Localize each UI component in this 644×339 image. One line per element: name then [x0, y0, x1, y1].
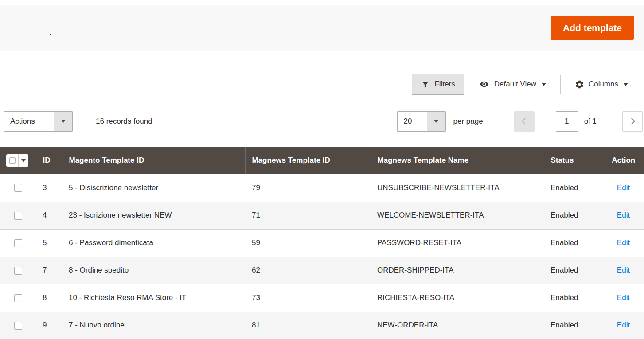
edit-link[interactable]: Edit [617, 211, 630, 219]
cell-id: 5 [36, 229, 62, 257]
cell-magnews-template-id: 73 [245, 284, 371, 312]
per-page-label: per page [453, 117, 483, 126]
grid-toolbar: Filters Default View Columns [0, 74, 644, 95]
actions-select-value: Actions [4, 112, 54, 131]
per-page-select-value: 20 [398, 112, 427, 131]
grid-controls: Actions 16 records found 20 per page of … [0, 111, 644, 132]
row-checkbox[interactable] [14, 184, 22, 192]
edit-link[interactable]: Edit [617, 266, 630, 274]
row-checkbox[interactable] [14, 267, 22, 275]
cell-status: Enabled [544, 229, 603, 257]
cell-id: 9 [36, 312, 62, 339]
row-checkbox[interactable] [14, 322, 22, 330]
filters-label: Filters [434, 80, 455, 89]
previous-page-button[interactable] [514, 111, 535, 132]
cell-magento-template-id: 5 - Disiscrizione newsletter [62, 174, 245, 202]
cell-id: 3 [36, 174, 62, 202]
column-header-magento-template-id[interactable]: Magento Template ID [62, 147, 245, 174]
column-header-magnews-template-name[interactable]: Magnews Template Name [371, 147, 544, 174]
default-view-control[interactable]: Default View [477, 80, 548, 89]
toolbar-divider [560, 75, 561, 94]
cell-magnews-template-name: NEW-ORDER-ITA [371, 312, 544, 339]
select-all-checkbox[interactable] [6, 154, 18, 167]
cell-status: Enabled [544, 312, 603, 339]
table-header-row: ID Magento Template ID Magnews Template … [0, 147, 644, 174]
gear-icon [575, 80, 584, 89]
cell-status: Enabled [544, 202, 603, 229]
cell-magnews-template-id: 71 [245, 202, 371, 229]
chevron-left-icon [522, 118, 529, 125]
select-all-control[interactable] [6, 154, 28, 167]
table-row: 4 23 - Iscrizione newsletter NEW 71 WELC… [0, 202, 644, 229]
chevron-down-icon [624, 83, 628, 86]
chevron-down-icon [427, 112, 445, 131]
templates-table: ID Magento Template ID Magnews Template … [0, 147, 644, 339]
cell-status: Enabled [544, 257, 603, 284]
cell-magnews-template-id: 59 [245, 229, 371, 257]
chevron-right-icon [628, 118, 635, 125]
next-page-button[interactable] [622, 111, 643, 132]
table-row: 9 7 - Nuovo ordine 81 NEW-ORDER-ITA Enab… [0, 312, 644, 339]
cell-magnews-template-name: WELCOME-NEWSLETTER-ITA [371, 202, 544, 229]
table-row: 8 10 - Richiesta Reso RMA Store - IT 73 … [0, 284, 644, 312]
header-dot: . [49, 28, 51, 36]
add-template-button[interactable]: Add template [551, 16, 634, 40]
columns-control[interactable]: Columns [573, 80, 630, 89]
table-row: 3 5 - Disiscrizione newsletter 79 UNSUBS… [0, 174, 644, 202]
column-header-status[interactable]: Status [544, 147, 603, 174]
default-view-label: Default View [494, 80, 536, 89]
page-header: . Add template [0, 5, 644, 51]
column-header-magnews-template-id[interactable]: Magnews Template ID [245, 147, 371, 174]
edit-link[interactable]: Edit [617, 321, 630, 329]
table-row: 7 8 - Ordine spedito 62 ORDER-SHIPPED-IT… [0, 257, 644, 284]
select-all-header [0, 147, 36, 174]
cell-id: 8 [36, 284, 62, 312]
columns-label: Columns [589, 80, 618, 89]
records-found: 16 records found [96, 117, 152, 126]
filters-button[interactable]: Filters [412, 74, 464, 95]
chevron-down-icon [54, 112, 72, 131]
row-checkbox[interactable] [14, 212, 22, 220]
actions-select[interactable]: Actions [4, 111, 73, 132]
edit-link[interactable]: Edit [617, 293, 630, 302]
filter-icon [421, 80, 429, 89]
column-header-action[interactable]: Action [603, 147, 644, 174]
page-input[interactable] [556, 111, 578, 132]
chevron-down-icon [542, 83, 546, 86]
cell-status: Enabled [544, 284, 603, 312]
row-checkbox[interactable] [14, 239, 22, 247]
cell-magento-template-id: 23 - Iscrizione newsletter NEW [62, 202, 245, 229]
cell-status: Enabled [544, 174, 603, 202]
column-header-id[interactable]: ID [36, 147, 62, 174]
chevron-down-icon[interactable] [18, 154, 28, 167]
cell-magento-template-id: 7 - Nuovo ordine [62, 312, 245, 339]
edit-link[interactable]: Edit [617, 238, 630, 247]
cell-magento-template-id: 10 - Richiesta Reso RMA Store - IT [62, 284, 245, 312]
cell-magnews-template-id: 62 [245, 257, 371, 284]
cell-id: 4 [36, 202, 62, 229]
page-total: of 1 [584, 117, 597, 126]
cell-magnews-template-name: ORDER-SHIPPED-ITA [371, 257, 544, 284]
edit-link[interactable]: Edit [617, 183, 630, 192]
cell-id: 7 [36, 257, 62, 284]
per-page-select[interactable]: 20 [397, 111, 446, 132]
cell-magnews-template-name: UNSUBSCRIBE-NEWSLETTER-ITA [371, 174, 544, 202]
table-row: 5 6 - Password dimenticata 59 PASSWORD-R… [0, 229, 644, 257]
cell-magnews-template-id: 81 [245, 312, 371, 339]
row-checkbox[interactable] [14, 294, 22, 302]
cell-magento-template-id: 8 - Ordine spedito [62, 257, 245, 284]
cell-magento-template-id: 6 - Password dimenticata [62, 229, 245, 257]
eye-icon [479, 80, 490, 89]
cell-magnews-template-id: 79 [245, 174, 371, 202]
cell-magnews-template-name: PASSWORD-RESET-ITA [371, 229, 544, 257]
cell-magnews-template-name: RICHIESTA-RESO-ITA [371, 284, 544, 312]
